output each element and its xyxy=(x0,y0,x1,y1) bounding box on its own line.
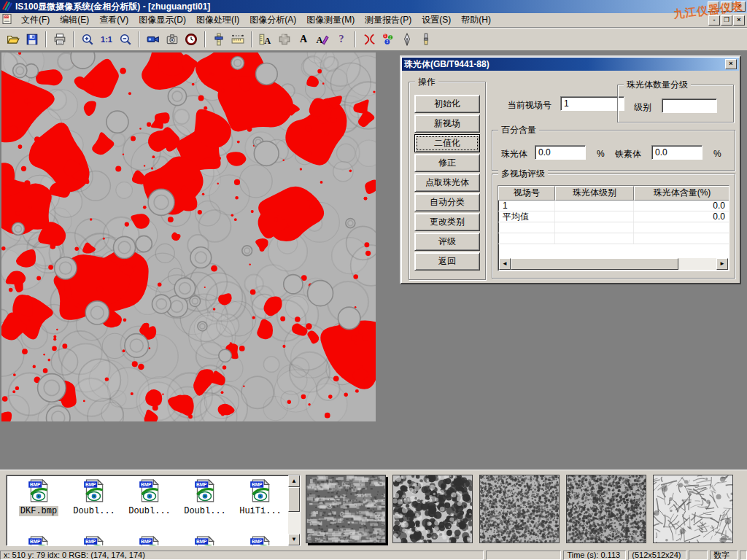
measure-text-icon: A xyxy=(259,33,272,46)
mdi-client-area: 珠光体(GB/T9441-88) × 操作 初始化 新视场 二值化 修正 点取珠… xyxy=(0,51,747,470)
menu-view[interactable]: 查看(V) xyxy=(94,12,133,28)
app-logo-icon xyxy=(1,0,13,14)
image-size-readout: (512x512x24) xyxy=(628,551,686,560)
classify-button[interactable]: 1 2 3 xyxy=(379,30,398,49)
caliper-measure-button[interactable] xyxy=(209,30,228,49)
print-button[interactable] xyxy=(50,30,69,49)
bmp-file-icon xyxy=(248,478,273,503)
scroll-up-icon[interactable]: ▲ xyxy=(288,475,300,487)
grade-label: 级别 xyxy=(634,100,651,114)
binarize-button[interactable]: 二值化 xyxy=(414,134,480,152)
merge-button[interactable] xyxy=(275,30,294,49)
camera-icon xyxy=(166,33,179,46)
menu-settings[interactable]: 设置(S) xyxy=(417,12,456,28)
ruler-measure-button[interactable] xyxy=(228,30,247,49)
scrollbar-thumb[interactable] xyxy=(288,487,300,512)
brush-tool-button[interactable] xyxy=(417,30,436,49)
scroll-left-icon[interactable]: ◄ xyxy=(499,258,511,270)
menu-bar: DOC 文件(F) 编辑(E) 查看(V) 图像显示(D) 图像处理(I) 图像… xyxy=(0,13,747,28)
file-item[interactable]: Doubl... xyxy=(122,478,177,516)
curve-tool-button[interactable] xyxy=(360,30,379,49)
file-item[interactable] xyxy=(122,535,177,546)
table-row[interactable]: 平均值 0.0 xyxy=(498,211,729,222)
text-button[interactable]: A xyxy=(294,30,313,49)
thumbnail-2[interactable] xyxy=(392,475,473,543)
scroll-right-icon[interactable]: ► xyxy=(716,258,728,270)
menu-file[interactable]: 文件(F) xyxy=(16,12,55,28)
file-item[interactable]: DKF.bmp xyxy=(11,478,66,516)
application-window: BMP IS100显微摄像系统(金相分析版) - [zhuguangti01] … xyxy=(0,0,747,560)
metallographic-image[interactable] xyxy=(1,52,376,421)
open-button[interactable] xyxy=(4,30,23,49)
thumbnail-1[interactable] xyxy=(306,475,386,543)
current-field-label: 当前视场号 xyxy=(508,98,551,112)
col-pearlite-content[interactable]: 珠光体含量(%) xyxy=(634,186,729,201)
initialize-button[interactable]: 初始化 xyxy=(414,95,480,113)
scroll-down-icon[interactable]: ▼ xyxy=(288,534,300,545)
actual-size-button[interactable]: 1:1 xyxy=(97,30,116,49)
document-icon[interactable]: DOC xyxy=(1,13,13,27)
pen-tool-button[interactable] xyxy=(398,30,417,49)
return-button[interactable]: 返回 xyxy=(414,252,480,271)
table-row[interactable] xyxy=(498,222,729,233)
auto-classify-button[interactable]: 自动分类 xyxy=(414,193,480,211)
dialog-title-bar[interactable]: 珠光体(GB/T9441-88) × xyxy=(402,58,739,71)
zoom-in-button[interactable] xyxy=(78,30,97,49)
measure-annotate-button[interactable]: A xyxy=(256,30,275,49)
mode-indicator: 数字 xyxy=(710,551,738,560)
file-item[interactable] xyxy=(177,535,233,546)
col-field-no[interactable]: 视场号 xyxy=(498,186,555,201)
status-bar: x: 510 y: 79 idx: 0 RGB: (174, 174, 174)… xyxy=(0,551,747,560)
menu-image-measure[interactable]: 图像测量(M) xyxy=(301,12,360,28)
help-icon: ? xyxy=(339,34,344,45)
scrollbar-thumb[interactable] xyxy=(511,258,678,270)
timer-button[interactable] xyxy=(182,30,201,49)
file-item[interactable] xyxy=(11,535,66,546)
col-pearlite-grade[interactable]: 珠光体级别 xyxy=(555,186,634,201)
multi-field-group-label: 多视场评级 xyxy=(498,168,548,179)
file-item[interactable]: Doubl... xyxy=(177,478,233,516)
menu-edit[interactable]: 编辑(E) xyxy=(55,12,94,28)
mdi-restore-button[interactable]: ❐ xyxy=(721,15,732,26)
change-class-button[interactable]: 更改类别 xyxy=(414,213,480,231)
menu-image-analysis[interactable]: 图像分析(A) xyxy=(244,12,301,28)
table-row[interactable]: 1 0.0 xyxy=(498,201,729,211)
menu-image-processing[interactable]: 图像处理(I) xyxy=(191,12,244,28)
grade-input[interactable] xyxy=(662,98,717,113)
menu-help[interactable]: 帮助(H) xyxy=(456,12,496,28)
thumbnail-5[interactable] xyxy=(653,475,733,543)
menu-image-display[interactable]: 图像显示(D) xyxy=(133,12,191,28)
snapshot-button[interactable] xyxy=(163,30,182,49)
zoom-out-button[interactable] xyxy=(116,30,135,49)
thumbnail-4[interactable] xyxy=(566,475,646,543)
actual-size-icon: 1:1 xyxy=(101,35,112,44)
new-field-button[interactable]: 新视场 xyxy=(414,114,480,133)
save-button[interactable] xyxy=(23,30,42,49)
ferrite-percent-input[interactable] xyxy=(651,145,703,160)
menu-measure-report[interactable]: 测量报告(P) xyxy=(360,12,417,28)
dialog-close-button[interactable]: × xyxy=(725,59,737,69)
annotate-button[interactable]: A xyxy=(313,30,332,49)
current-field-input[interactable] xyxy=(560,96,624,111)
file-item[interactable]: HuiTi... xyxy=(233,478,288,516)
bottom-panel: DKF.bmp Doubl... Doubl... Doubl... HuiTi… xyxy=(0,470,747,551)
rate-button[interactable]: 评级 xyxy=(414,233,480,251)
file-item[interactable] xyxy=(233,535,288,546)
save-icon xyxy=(26,33,39,46)
pick-pearlite-button[interactable]: 点取珠光体 xyxy=(414,174,480,192)
file-item[interactable] xyxy=(66,535,122,546)
table-horizontal-scrollbar[interactable]: ◄ ► xyxy=(499,258,728,270)
pearlite-percent-input[interactable] xyxy=(535,145,586,160)
file-item[interactable]: Doubl... xyxy=(66,478,122,516)
video-capture-button[interactable] xyxy=(144,30,163,49)
thumbnail-3[interactable] xyxy=(479,475,560,543)
brush-icon xyxy=(419,33,433,46)
file-browser-scrollbar[interactable]: ▲ ▼ xyxy=(288,475,300,545)
mdi-close-button[interactable]: × xyxy=(733,15,745,26)
correct-button[interactable]: 修正 xyxy=(414,154,480,172)
grade-group: 珠光体数量分级 级别 xyxy=(617,85,734,122)
context-help-button[interactable]: ? xyxy=(332,30,351,49)
file-name: Doubl... xyxy=(182,506,228,516)
operations-group-label: 操作 xyxy=(415,77,438,87)
table-row[interactable] xyxy=(498,233,729,244)
